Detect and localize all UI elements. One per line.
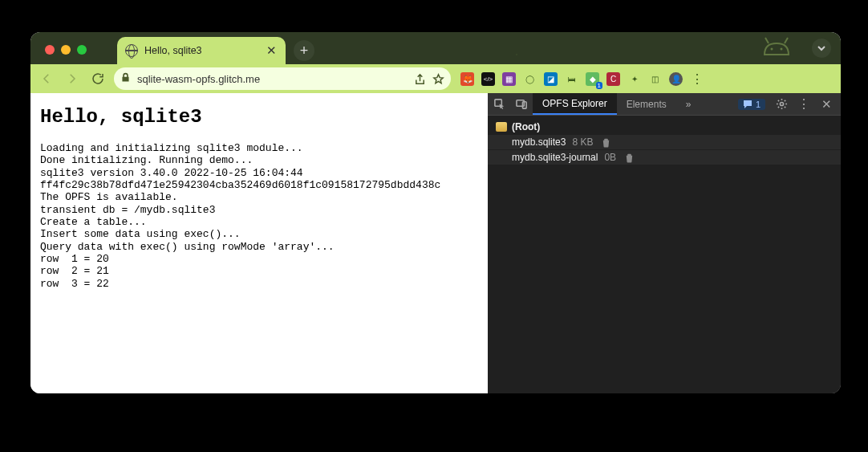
reload-button[interactable] <box>88 69 107 88</box>
device-toolbar-icon[interactable] <box>510 93 533 115</box>
devtools-settings-icon[interactable] <box>770 98 793 110</box>
page-log: Loading and initializing sqlite3 module.… <box>40 142 478 290</box>
devtools-tab-opfs[interactable]: OPFS Explorer <box>533 93 617 115</box>
extension-icons: 🦊 </> ▦ ◯ ◪ 🛏 ◆1 C ✦ ◫ 👤 ⋮ <box>460 72 704 86</box>
page-content: Hello, sqlite3 Loading and initializing … <box>30 93 488 393</box>
devtools-tabbar: OPFS Explorer Elements » 1 ⋮ ✕ <box>488 93 841 116</box>
url-text: sqlite-wasm-opfs.glitch.me <box>137 73 408 85</box>
file-name: mydb.sqlite3 <box>512 136 566 148</box>
lock-icon <box>120 72 131 85</box>
delete-file-button[interactable] <box>601 137 611 148</box>
ext-trello-icon[interactable]: ◪ <box>544 72 558 86</box>
profile-avatar-icon[interactable]: 👤 <box>669 72 683 86</box>
tab-title: Hello, sqlite3 <box>144 45 202 56</box>
android-logo-icon <box>761 35 793 56</box>
browser-tab[interactable]: Hello, sqlite3 ✕ <box>117 37 286 64</box>
devtools-tabs-overflow[interactable]: » <box>676 93 701 115</box>
file-size: 8 KB <box>572 136 593 148</box>
devtools-messages-button[interactable]: 1 <box>738 99 765 110</box>
share-icon[interactable] <box>414 73 426 85</box>
back-button[interactable] <box>37 69 56 88</box>
browser-window: Hello, sqlite3 ✕ + sqlite-wasm-opfs.glit… <box>30 32 841 393</box>
window-close-button[interactable] <box>45 45 55 55</box>
ext-bed-icon[interactable]: 🛏 <box>565 72 578 86</box>
ext-pixel-icon[interactable]: ▦ <box>502 72 516 86</box>
folder-icon <box>496 122 507 132</box>
browser-toolbar: sqlite-wasm-opfs.glitch.me 🦊 </> ▦ ◯ ◪ 🛏… <box>30 64 841 93</box>
svg-point-1 <box>781 48 783 51</box>
file-name: mydb.sqlite3-journal <box>512 152 598 163</box>
ext-puzzle-icon[interactable]: ✦ <box>627 72 641 86</box>
ext-perf-icon[interactable]: ◆1 <box>586 72 599 86</box>
inspect-element-icon[interactable] <box>488 93 510 115</box>
window-zoom-button[interactable] <box>77 45 87 55</box>
file-size: 0B <box>604 152 616 163</box>
browser-menu-button[interactable]: ⋮ <box>690 72 704 86</box>
opfs-file-row[interactable]: mydb.sqlite3-journal 0B <box>488 150 841 165</box>
svg-point-5 <box>780 102 783 105</box>
opfs-root-row[interactable]: (Root) <box>488 119 841 135</box>
traffic-lights <box>39 45 93 64</box>
opfs-root-label: (Root) <box>512 121 540 132</box>
sidepanel-icon[interactable]: ◫ <box>648 72 662 86</box>
svg-point-0 <box>771 48 773 51</box>
devtools-tab-elements[interactable]: Elements <box>617 93 676 115</box>
new-tab-button[interactable]: + <box>294 40 314 61</box>
devtools-menu-icon[interactable]: ⋮ <box>793 96 815 112</box>
account-menu-button[interactable] <box>812 39 831 58</box>
window-minimize-button[interactable] <box>61 45 71 55</box>
ext-code-icon[interactable]: </> <box>481 72 495 86</box>
ext-whatruns-icon[interactable]: 🦊 <box>460 72 474 86</box>
bookmark-icon[interactable] <box>432 73 444 85</box>
address-bar[interactable]: sqlite-wasm-opfs.glitch.me <box>114 67 451 90</box>
forward-button[interactable] <box>63 69 82 88</box>
devtools-close-button[interactable]: ✕ <box>815 97 838 112</box>
opfs-file-row[interactable]: mydb.sqlite3 8 KB <box>488 135 841 150</box>
tab-strip: Hello, sqlite3 ✕ + <box>30 32 841 64</box>
devtools-panel: OPFS Explorer Elements » 1 ⋮ ✕ <box>488 93 841 393</box>
ext-grammarly-icon[interactable]: ◯ <box>523 72 537 86</box>
tab-close-button[interactable]: ✕ <box>265 44 278 57</box>
content-row: Hello, sqlite3 Loading and initializing … <box>30 93 841 393</box>
opfs-tree: (Root) mydb.sqlite3 8 KB mydb.sqlite3-jo… <box>488 116 841 393</box>
delete-file-button[interactable] <box>624 153 635 163</box>
page-heading: Hello, sqlite3 <box>40 106 478 128</box>
ext-clip-icon[interactable]: C <box>606 72 620 86</box>
globe-icon <box>125 44 138 57</box>
devtools-messages-count: 1 <box>756 100 761 109</box>
